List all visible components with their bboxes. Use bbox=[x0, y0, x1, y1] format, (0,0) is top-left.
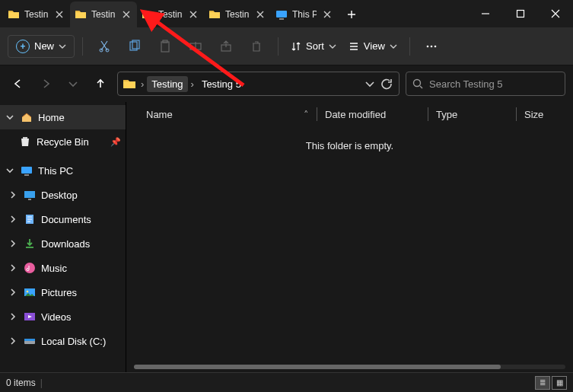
paste-button[interactable] bbox=[151, 33, 179, 60]
col-size[interactable]: Size bbox=[517, 109, 573, 120]
search-input[interactable]: Search Testing 5 bbox=[406, 72, 565, 96]
horizontal-scrollbar[interactable] bbox=[134, 365, 565, 369]
search-placeholder: Search Testing 5 bbox=[429, 78, 503, 90]
close-tab-icon[interactable] bbox=[254, 8, 266, 21]
column-headers: Name ˄ Date modified Type Size bbox=[126, 102, 573, 126]
recent-locations-button[interactable] bbox=[62, 79, 84, 88]
sort-icon bbox=[291, 41, 301, 52]
back-button[interactable] bbox=[8, 78, 29, 90]
view-button[interactable]: View bbox=[344, 33, 402, 60]
thumbnails-view-toggle[interactable]: ▦ bbox=[552, 376, 567, 390]
videos-icon bbox=[23, 310, 37, 323]
plus-circle-icon: + bbox=[16, 40, 30, 53]
svg-rect-15 bbox=[21, 167, 32, 174]
sidebar-item-documents[interactable]: Documents bbox=[0, 207, 126, 231]
svg-rect-25 bbox=[24, 339, 35, 341]
breadcrumb-item[interactable]: Testing bbox=[147, 76, 187, 92]
rename-button[interactable] bbox=[182, 33, 209, 60]
tab-2[interactable]: Testin bbox=[137, 2, 204, 27]
forward-button[interactable] bbox=[35, 78, 56, 90]
window-controls bbox=[468, 0, 573, 27]
up-button[interactable] bbox=[90, 78, 111, 90]
chevron-right-icon[interactable] bbox=[8, 240, 18, 247]
close-tab-icon[interactable] bbox=[321, 8, 333, 21]
sort-indicator-icon: ˄ bbox=[304, 109, 309, 120]
recycle-bin-icon bbox=[18, 135, 32, 148]
status-bar: 0 items | ≣ ▦ bbox=[0, 372, 573, 392]
col-name[interactable]: Name ˄ bbox=[126, 109, 317, 120]
empty-folder-message: This folder is empty. bbox=[126, 140, 573, 151]
close-tab-icon[interactable] bbox=[120, 8, 132, 21]
sort-button[interactable]: Sort bbox=[286, 33, 341, 60]
pin-icon: 📌 bbox=[110, 137, 121, 147]
new-button[interactable]: + New bbox=[8, 35, 75, 58]
tab-0[interactable]: Testin bbox=[3, 2, 70, 27]
sidebar-item-music[interactable]: Music bbox=[0, 256, 126, 280]
chevron-right-icon[interactable]: › bbox=[189, 78, 196, 90]
folder-icon bbox=[8, 8, 20, 21]
main-area: Home Recycle Bin 📌 This PC Desktop Docum… bbox=[0, 102, 573, 372]
sidebar-item-pictures[interactable]: Pictures bbox=[0, 280, 126, 304]
chevron-down-icon bbox=[59, 43, 66, 50]
svg-point-22 bbox=[27, 291, 29, 293]
close-tab-icon[interactable] bbox=[53, 8, 65, 21]
tab-label: Testin bbox=[158, 9, 183, 20]
history-dropdown-icon[interactable] bbox=[365, 79, 374, 88]
title-bar: Testin Testin Testin Testin This P bbox=[0, 0, 573, 27]
cut-button[interactable] bbox=[91, 33, 118, 60]
chevron-right-icon[interactable] bbox=[8, 337, 18, 345]
svg-rect-0 bbox=[276, 11, 287, 18]
sidebar-item-videos[interactable]: Videos bbox=[0, 304, 126, 329]
copy-button[interactable] bbox=[121, 33, 148, 60]
close-window-button[interactable] bbox=[538, 0, 573, 27]
svg-rect-2 bbox=[517, 11, 524, 18]
delete-button[interactable] bbox=[243, 33, 270, 60]
command-bar: + New Sort View bbox=[0, 27, 573, 65]
new-tab-button[interactable] bbox=[338, 2, 365, 27]
maximize-button[interactable] bbox=[503, 0, 538, 27]
sidebar-item-thispc[interactable]: This PC bbox=[0, 158, 126, 183]
sidebar-item-desktop[interactable]: Desktop bbox=[0, 183, 126, 207]
chevron-right-icon[interactable] bbox=[8, 288, 18, 296]
more-button[interactable] bbox=[418, 33, 445, 60]
pictures-icon bbox=[23, 285, 37, 299]
chevron-right-icon[interactable] bbox=[8, 215, 18, 223]
folder-icon bbox=[142, 8, 154, 21]
tab-label: Testin bbox=[225, 9, 250, 20]
minimize-button[interactable] bbox=[468, 0, 503, 27]
tab-4[interactable]: This P bbox=[271, 2, 338, 27]
col-type[interactable]: Type bbox=[428, 109, 516, 120]
chevron-right-icon[interactable] bbox=[8, 191, 18, 199]
svg-rect-16 bbox=[24, 174, 29, 176]
close-tab-icon[interactable] bbox=[187, 8, 199, 21]
refresh-button[interactable] bbox=[380, 78, 393, 90]
nav-pane[interactable]: Home Recycle Bin 📌 This PC Desktop Docum… bbox=[0, 102, 126, 372]
svg-point-14 bbox=[414, 80, 421, 87]
separator bbox=[409, 37, 410, 56]
svg-point-13 bbox=[435, 45, 437, 47]
svg-rect-7 bbox=[161, 42, 169, 52]
chevron-down-icon[interactable] bbox=[5, 113, 15, 121]
sidebar-item-recycle[interactable]: Recycle Bin 📌 bbox=[0, 129, 126, 154]
chevron-right-icon[interactable] bbox=[8, 313, 18, 320]
tab-1[interactable]: Testin bbox=[70, 2, 137, 27]
svg-rect-18 bbox=[28, 199, 31, 200]
chevron-right-icon[interactable] bbox=[8, 264, 18, 272]
chevron-down-icon[interactable] bbox=[5, 167, 15, 174]
tab-3[interactable]: Testin bbox=[204, 2, 271, 27]
col-date[interactable]: Date modified bbox=[317, 109, 428, 120]
sidebar-item-localdisk[interactable]: Local Disk (C:) bbox=[0, 329, 126, 353]
desktop-icon bbox=[23, 188, 37, 202]
share-button[interactable] bbox=[212, 33, 240, 60]
breadcrumb-item[interactable]: Testing 5 bbox=[197, 76, 246, 92]
address-bar[interactable]: › Testing › Testing 5 bbox=[117, 72, 400, 96]
folder-icon bbox=[121, 77, 138, 91]
chevron-right-icon[interactable]: › bbox=[139, 78, 145, 90]
sidebar-item-home[interactable]: Home bbox=[0, 105, 126, 129]
details-view-toggle[interactable]: ≣ bbox=[535, 376, 550, 390]
sidebar-item-downloads[interactable]: Downloads bbox=[0, 231, 126, 256]
folder-icon bbox=[75, 8, 87, 21]
svg-rect-17 bbox=[24, 191, 35, 198]
item-count: 0 items bbox=[6, 378, 36, 388]
pc-icon bbox=[275, 8, 288, 21]
